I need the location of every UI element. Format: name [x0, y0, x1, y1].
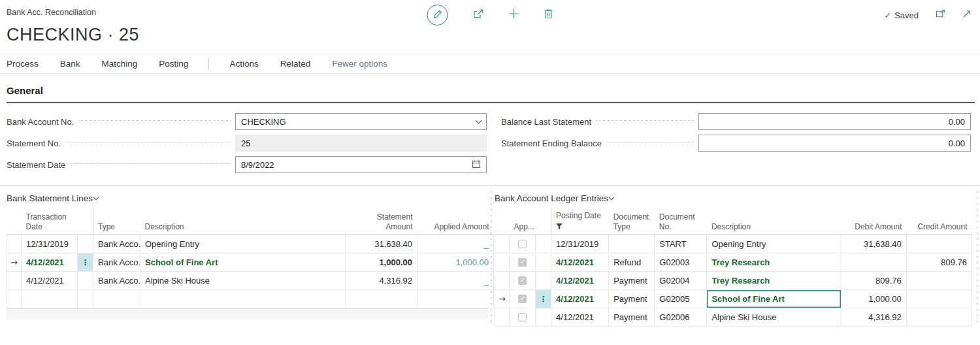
- document-no-cell[interactable]: START: [655, 235, 707, 253]
- type-cell[interactable]: Bank Acco...: [93, 271, 140, 289]
- credit-amount-cell[interactable]: [906, 235, 972, 253]
- row-menu[interactable]: [536, 253, 551, 271]
- debit-amount-cell[interactable]: 4,316.92: [841, 308, 906, 326]
- share-button[interactable]: [473, 8, 484, 22]
- description-header[interactable]: Description: [707, 208, 841, 235]
- applied-amount-cell[interactable]: 1,000.00: [417, 253, 494, 271]
- debit-amount-cell[interactable]: 1,000.00: [841, 289, 906, 308]
- debit-amount-cell[interactable]: 809.76: [841, 271, 906, 289]
- posting-date-cell[interactable]: 12/31/2019: [551, 235, 609, 253]
- description-cell[interactable]: Trey Research: [707, 271, 841, 289]
- document-no-header[interactable]: Document No.: [655, 208, 707, 235]
- transaction-date-cell[interactable]: [22, 289, 78, 308]
- description-cell[interactable]: Opening Entry: [707, 235, 841, 253]
- row-selector[interactable]: [495, 308, 510, 326]
- edit-button[interactable]: [427, 5, 448, 25]
- description-cell-focused[interactable]: School of Fine Art: [707, 289, 841, 308]
- applied-checkbox[interactable]: [518, 295, 527, 303]
- bank-account-ledger-entries-caption[interactable]: Bank Account Ledger Entries: [495, 191, 972, 205]
- credit-amount-cell[interactable]: [906, 271, 972, 289]
- menu-matching[interactable]: Matching: [102, 59, 138, 69]
- document-no-cell[interactable]: G02003: [655, 253, 707, 271]
- posting-date-cell[interactable]: 4/12/2021: [551, 289, 609, 308]
- description-cell[interactable]: School of Fine Art: [140, 253, 346, 271]
- statement-amount-header[interactable]: Statement Amount: [346, 208, 417, 235]
- description-cell[interactable]: Alpine Ski House: [140, 271, 346, 289]
- applied-checkbox[interactable]: [518, 258, 527, 267]
- type-cell[interactable]: Bank Acco...: [93, 253, 140, 271]
- credit-amount-cell[interactable]: [906, 308, 972, 326]
- menu-bank[interactable]: Bank: [60, 59, 80, 69]
- balance-last-statement-input[interactable]: 0.00: [698, 113, 971, 130]
- document-no-cell[interactable]: G02004: [655, 271, 707, 289]
- debit-amount-cell[interactable]: [841, 253, 906, 271]
- type-cell[interactable]: [93, 289, 140, 308]
- document-type-cell[interactable]: Payment: [609, 271, 655, 289]
- credit-amount-cell[interactable]: [906, 289, 972, 308]
- row-menu[interactable]: [78, 271, 93, 289]
- posting-date-cell[interactable]: 4/12/2021: [551, 253, 609, 271]
- row-menu[interactable]: [78, 235, 93, 253]
- row-menu[interactable]: [536, 308, 551, 326]
- transaction-date-header[interactable]: Transaction Date: [22, 208, 78, 235]
- description-cell[interactable]: Trey Research: [707, 253, 841, 271]
- document-type-cell[interactable]: Payment: [609, 289, 655, 308]
- bank-account-no-combobox[interactable]: CHECKING: [235, 113, 487, 130]
- row-menu[interactable]: [78, 289, 93, 308]
- statement-amount-cell[interactable]: [346, 289, 417, 308]
- posting-date-cell[interactable]: 4/12/2021: [551, 308, 609, 326]
- document-type-header[interactable]: Document Type: [609, 208, 655, 235]
- description-cell[interactable]: Alpine Ski House: [707, 308, 841, 326]
- applied-amount-header[interactable]: Applied Amount: [417, 208, 494, 235]
- row-menu-ellipsis-icon[interactable]: [536, 289, 551, 308]
- applied-amount-cell[interactable]: [417, 289, 494, 308]
- selected-row-arrow-icon[interactable]: [495, 289, 510, 308]
- posting-date-header[interactable]: Posting Date: [551, 208, 609, 235]
- statement-date-input[interactable]: 8/9/2022: [235, 156, 487, 173]
- document-type-cell[interactable]: Payment: [609, 308, 655, 326]
- row-menu[interactable]: [536, 235, 551, 253]
- row-selector[interactable]: [7, 235, 22, 253]
- row-selector[interactable]: [7, 271, 22, 289]
- bank-statement-lines-caption[interactable]: Bank Statement Lines: [7, 191, 488, 205]
- transaction-date-cell[interactable]: 4/12/2021: [22, 253, 78, 271]
- applied-header[interactable]: App...: [510, 208, 536, 235]
- debit-amount-header[interactable]: Debit Amount: [841, 208, 906, 235]
- row-menu-ellipsis-icon[interactable]: [78, 253, 93, 271]
- panel-splitter[interactable]: [488, 191, 495, 327]
- menu-process[interactable]: Process: [7, 59, 39, 69]
- open-in-new-window-button[interactable]: [936, 9, 945, 21]
- transaction-date-cell[interactable]: 12/31/2019: [22, 235, 78, 253]
- menu-fewer-options[interactable]: Fewer options: [332, 59, 387, 69]
- row-menu[interactable]: [536, 271, 551, 289]
- menu-posting[interactable]: Posting: [159, 59, 188, 69]
- type-header[interactable]: Type: [93, 208, 140, 235]
- credit-amount-cell[interactable]: 809.76: [906, 253, 972, 271]
- posting-date-cell[interactable]: 4/12/2021: [551, 271, 609, 289]
- focus-mode-button[interactable]: [962, 9, 971, 21]
- new-button[interactable]: [509, 8, 519, 22]
- row-selector[interactable]: [495, 271, 510, 289]
- statement-amount-cell[interactable]: 31,638.40: [346, 235, 417, 253]
- row-selector[interactable]: [7, 289, 22, 308]
- statement-amount-cell[interactable]: 1,000.00: [346, 253, 417, 271]
- chevron-down-icon[interactable]: [476, 118, 482, 124]
- description-header[interactable]: Description: [140, 208, 346, 235]
- document-no-cell[interactable]: G02005: [655, 289, 707, 308]
- type-cell[interactable]: Bank Acco...: [93, 235, 140, 253]
- description-cell[interactable]: [140, 289, 346, 308]
- right-panel-splitter[interactable]: [975, 191, 980, 327]
- applied-amount-cell[interactable]: _: [417, 235, 494, 253]
- document-type-cell[interactable]: [609, 235, 655, 253]
- statement-amount-cell[interactable]: 4,316.92: [346, 271, 417, 289]
- statement-ending-balance-input[interactable]: 0.00: [698, 135, 971, 152]
- document-type-cell[interactable]: Refund: [609, 253, 655, 271]
- filter-funnel-icon[interactable]: [556, 222, 604, 232]
- applied-amount-cell[interactable]: _: [417, 271, 494, 289]
- menu-actions[interactable]: Actions: [229, 59, 258, 69]
- menu-related[interactable]: Related: [280, 59, 311, 69]
- delete-button[interactable]: [544, 8, 553, 22]
- applied-checkbox[interactable]: [518, 240, 527, 248]
- transaction-date-cell[interactable]: 4/12/2021: [22, 271, 78, 289]
- selected-row-arrow-icon[interactable]: [7, 253, 22, 271]
